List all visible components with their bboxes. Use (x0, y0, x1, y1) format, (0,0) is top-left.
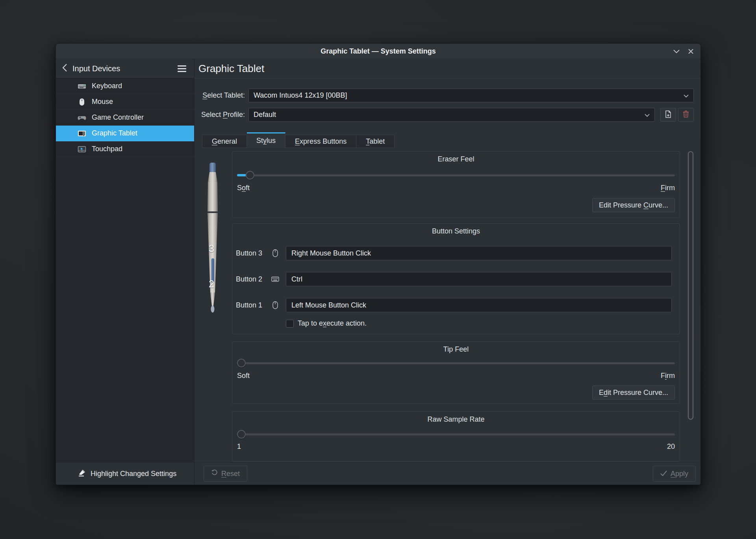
chevron-down-icon (684, 91, 689, 100)
select-tablet-label: Select Tablet: (200, 91, 245, 100)
sidebar-item-label: Mouse (92, 98, 113, 106)
reset-label: Reset (221, 470, 240, 478)
sidebar-item-label: Game Controller (92, 113, 144, 122)
select-profile-row: Select Profile: Default (200, 108, 694, 122)
window-controls (672, 44, 695, 59)
hamburger-menu-icon[interactable] (176, 64, 188, 74)
apply-label: Apply (671, 470, 688, 478)
tip-edit-pressure-curve-button[interactable]: Edit Pressure Curve... (592, 385, 675, 400)
tip-feel-slider[interactable] (237, 359, 675, 367)
tab-general[interactable]: General (202, 135, 247, 148)
pen-button3-label: 3 (209, 243, 214, 254)
button-settings-title: Button Settings (232, 227, 680, 235)
sidebar-item-label: Keyboard (92, 82, 122, 90)
tablet-select-value: Wacom Intuos4 12x19 [00BB] (254, 91, 684, 100)
raw-sample-rate-group: Raw Sample Rate 1 20 (232, 411, 680, 462)
sidebar-item-game-controller[interactable]: Game Controller (56, 110, 194, 126)
slider-handle[interactable] (237, 359, 246, 367)
tab-express-buttons[interactable]: Express Buttons (285, 135, 356, 148)
profile-select-value: Default (254, 111, 645, 119)
new-document-icon (665, 110, 672, 120)
sidebar-list: Keyboard Mouse Game Controller (56, 78, 194, 462)
tablet-select-combo[interactable]: Wacom Intuos4 12x19 [00BB] (248, 89, 694, 102)
sidebar-item-label: Touchpad (92, 145, 122, 153)
close-icon[interactable] (686, 47, 695, 56)
new-profile-button[interactable] (660, 108, 676, 122)
tap-to-execute-label: Tap to execute action. (298, 319, 367, 328)
reset-button[interactable]: Reset (204, 466, 247, 482)
shade-icon[interactable] (672, 47, 681, 56)
tap-to-execute-row[interactable]: Tap to execute action. (286, 319, 367, 328)
slider-track (237, 174, 675, 176)
touchpad-icon (77, 144, 87, 154)
tab-bar: General Stylus Express Buttons Tablet (202, 132, 700, 148)
page-title: Graphic Tablet (198, 63, 264, 75)
check-icon (660, 470, 667, 478)
slider-handle[interactable] (246, 171, 254, 180)
eraser-edit-pressure-curve-button[interactable]: Edit Pressure Curve... (592, 198, 675, 212)
titlebar[interactable]: Graphic Tablet — System Settings (56, 44, 700, 59)
mouse-icon (271, 300, 280, 310)
eraser-feel-slider[interactable] (237, 171, 675, 180)
button3-action-input[interactable]: Right Mouse Button Click (286, 246, 672, 260)
tip-soft-label: Soft (237, 372, 250, 380)
profile-select-combo[interactable]: Default (248, 108, 655, 122)
tab-tablet[interactable]: Tablet (356, 135, 395, 148)
main-panel: Graphic Tablet Select Tablet: Wacom Intu… (195, 59, 700, 462)
button-settings-group: Button Settings Button 3 Right Mouse But… (232, 223, 680, 334)
apply-button[interactable]: Apply (653, 466, 696, 482)
mouse-icon (77, 97, 87, 107)
button1-label: Button 1 (236, 301, 264, 309)
footer-bar: Highlight Changed Settings Reset Apply (56, 462, 700, 485)
button2-action-input[interactable]: Ctrl (286, 272, 672, 286)
highlight-changed-settings-label: Highlight Changed Settings (91, 470, 176, 478)
select-tablet-row: Select Tablet: Wacom Intuos4 12x19 [00BB… (200, 89, 694, 102)
raw-sample-rate-slider[interactable] (237, 430, 675, 439)
sidebar-item-label: Graphic Tablet (92, 129, 137, 137)
keyboard-icon (271, 274, 280, 284)
chevron-down-icon (645, 111, 650, 119)
sidebar-title: Input Devices (72, 64, 120, 73)
raw-sample-max-label: 20 (667, 443, 675, 451)
device-form: Select Tablet: Wacom Intuos4 12x19 [00BB… (195, 78, 700, 127)
tip-firm-label: Firm (661, 372, 675, 380)
stylus-pen-image: 3 2 (205, 162, 220, 317)
eraser-feel-title: Eraser Feel (232, 155, 680, 163)
sidebar-item-touchpad[interactable]: Touchpad (56, 141, 194, 157)
back-chevron-icon[interactable] (62, 63, 67, 74)
sidebar-item-keyboard[interactable]: Keyboard (56, 78, 194, 94)
sidebar-item-mouse[interactable]: Mouse (56, 94, 194, 110)
scrollbar-thumb[interactable] (688, 151, 693, 420)
tip-feel-group: Tip Feel Soft Firm Edit Pressure Curve..… (232, 341, 680, 404)
eraser-soft-label: Soft (237, 184, 250, 192)
stylus-tab-content: 3 2 Eraser Feel Soft Firm Edit Pressure … (195, 148, 700, 462)
sidebar-header: Input Devices (56, 59, 194, 78)
window-title: Graphic Tablet — System Settings (321, 47, 436, 56)
slider-track (237, 362, 675, 364)
tab-stylus[interactable]: Stylus (247, 132, 285, 148)
sidebar: Input Devices Keyboard Mouse (56, 59, 195, 462)
highlighter-icon (78, 469, 86, 479)
gamepad-icon (77, 113, 87, 122)
sidebar-item-graphic-tablet[interactable]: Graphic Tablet (56, 126, 194, 141)
graphic-tablet-icon (77, 129, 87, 138)
highlight-changed-settings[interactable]: Highlight Changed Settings (56, 463, 195, 485)
button3-label: Button 3 (236, 249, 264, 257)
pen-button2-label: 2 (209, 278, 214, 290)
window-body: Input Devices Keyboard Mouse (56, 59, 700, 462)
button2-row: Button 2 Ctrl (236, 272, 672, 286)
delete-profile-button[interactable] (678, 108, 694, 122)
eraser-firm-label: Firm (661, 184, 675, 192)
tap-to-execute-checkbox[interactable] (286, 320, 294, 328)
undo-icon (211, 469, 218, 478)
button2-label: Button 2 (236, 275, 264, 283)
slider-handle[interactable] (237, 430, 246, 439)
button1-action-input[interactable]: Left Mouse Button Click (286, 298, 672, 312)
raw-sample-rate-title: Raw Sample Rate (232, 415, 680, 424)
raw-sample-min-label: 1 (237, 443, 241, 451)
vertical-scrollbar[interactable] (688, 151, 693, 420)
trash-icon (683, 110, 689, 119)
system-settings-window: Graphic Tablet — System Settings Input D… (56, 43, 701, 485)
mouse-icon (271, 248, 280, 258)
slider-track (237, 433, 675, 435)
